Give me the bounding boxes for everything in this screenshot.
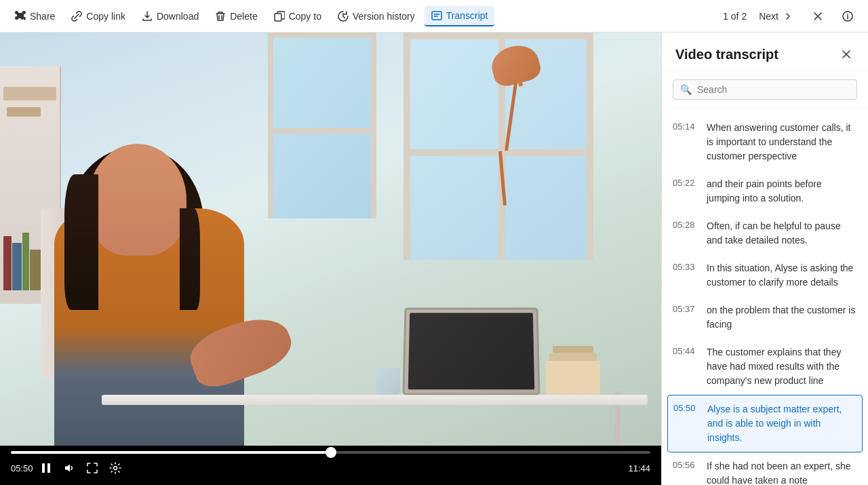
transcript-item[interactable]: 05:28Often, if can be helpful to pause a… <box>662 212 868 254</box>
transcript-timestamp: 05:37 <box>673 303 698 332</box>
transcript-text: The customer explains that they have had… <box>707 345 857 388</box>
room-scene <box>0 33 661 446</box>
shelf-item2 <box>7 107 41 117</box>
fullscreen-icon <box>86 462 98 474</box>
toolbar-right: 1 of 2 Next <box>723 7 860 26</box>
copy-to-button[interactable]: Copy to <box>267 7 328 26</box>
controls-left: 05:50 <box>11 459 125 477</box>
download-icon <box>142 11 153 22</box>
search-input[interactable] <box>697 84 850 95</box>
svg-rect-1 <box>432 12 441 20</box>
svg-rect-3 <box>42 463 45 473</box>
page-current: 1 <box>723 11 731 22</box>
person-hair-right <box>180 208 200 310</box>
volume-icon <box>63 462 75 474</box>
lamp-shade <box>488 41 543 89</box>
transcript-timestamp: 05:44 <box>673 345 698 388</box>
transcript-item[interactable]: 05:37on the problem that the customer is… <box>662 296 868 338</box>
volume-button[interactable] <box>59 459 79 477</box>
progress-bar[interactable] <box>11 451 650 454</box>
transcript-item[interactable]: 05:50Alyse is a subject matter expert, a… <box>667 395 863 452</box>
close-panel-icon <box>841 49 852 60</box>
settings-button[interactable] <box>105 459 125 477</box>
svg-rect-0 <box>275 14 281 21</box>
pause-button[interactable] <box>36 459 56 477</box>
transcript-item[interactable]: 05:22and their pain points before jumpin… <box>662 170 868 212</box>
close-icon <box>812 11 823 22</box>
person-hair-left <box>64 174 98 310</box>
info-button[interactable] <box>835 7 860 26</box>
next-label: Next <box>759 11 778 22</box>
transcript-timestamp: 05:28 <box>673 219 698 248</box>
share-label: Share <box>30 11 55 22</box>
desk-book1 <box>546 361 600 395</box>
transcript-icon <box>431 10 442 21</box>
transcript-timestamp: 05:14 <box>673 121 698 163</box>
transcript-header: Video transcript <box>662 33 868 71</box>
svg-rect-4 <box>47 463 50 473</box>
pause-icon <box>40 462 52 474</box>
toolbar: Share Copy link Download Delete Copy to <box>0 0 868 33</box>
fullscreen-button[interactable] <box>82 459 102 477</box>
transcript-panel: Video transcript 🔍 05:14When answering c… <box>661 33 868 485</box>
transcript-button[interactable]: Transcript <box>425 6 495 26</box>
download-button[interactable]: Download <box>135 7 205 26</box>
info-icon <box>842 11 853 22</box>
desk-book2 <box>549 353 597 361</box>
window-mid-bar2 <box>273 128 371 134</box>
laptop <box>402 308 540 395</box>
lamp-bulb <box>518 82 523 86</box>
chevron-right-icon <box>783 11 793 22</box>
copy-link-button[interactable]: Copy link <box>64 7 132 26</box>
delete-button[interactable]: Delete <box>208 7 264 26</box>
link-icon <box>71 11 82 22</box>
mug <box>376 368 400 395</box>
copy-to-label: Copy to <box>289 11 321 22</box>
laptop-screen <box>402 308 540 395</box>
transcript-item[interactable]: 05:14When answering customer calls, it i… <box>662 114 868 170</box>
shelf-item1 <box>3 87 56 100</box>
current-time: 05:50 <box>11 463 33 473</box>
transcript-text: Often, if can be helpful to pause and ta… <box>707 219 857 248</box>
version-history-label: Version history <box>353 11 415 22</box>
next-button[interactable]: Next <box>752 7 800 26</box>
transcript-text: Alyse is a subject matter expert, and is… <box>707 402 856 445</box>
svg-point-5 <box>113 467 117 470</box>
transcript-title: Video transcript <box>675 47 778 62</box>
window-right <box>268 33 376 218</box>
transcript-item[interactable]: 05:56If she had not been an expert, she … <box>662 452 868 485</box>
desk-book3 <box>553 346 593 353</box>
page-indicator: 1 of 2 <box>723 11 747 22</box>
search-icon: 🔍 <box>680 84 692 95</box>
lamp <box>492 46 539 206</box>
copy-icon <box>274 11 285 22</box>
transcript-item[interactable]: 05:33In this situation, Alyse is asking … <box>662 254 868 296</box>
history-icon <box>338 11 349 22</box>
transcript-timestamp: 05:50 <box>673 402 699 445</box>
main-content: 05:50 <box>0 33 868 485</box>
page-separator: of <box>731 11 742 22</box>
search-container: 🔍 <box>662 71 868 109</box>
book2 <box>12 243 22 290</box>
delete-icon <box>215 11 226 22</box>
download-label: Download <box>157 11 199 22</box>
book3 <box>22 233 29 290</box>
transcript-item[interactable]: 05:44The customer explains that they hav… <box>662 338 868 395</box>
laptop-screen-inner <box>408 313 534 389</box>
progress-fill <box>11 451 331 454</box>
transcript-text: When answering customer calls, it is imp… <box>707 121 857 163</box>
book1 <box>3 236 12 290</box>
transcript-timestamp: 05:22 <box>673 177 698 206</box>
desk-surface <box>102 395 648 405</box>
transcript-timestamp: 05:56 <box>673 459 698 485</box>
transcript-timestamp: 05:33 <box>673 261 698 290</box>
delete-label: Delete <box>230 11 257 22</box>
close-button[interactable] <box>806 7 830 26</box>
progress-thumb <box>326 447 336 458</box>
share-button[interactable]: Share <box>8 7 62 26</box>
end-time: 11:44 <box>628 463 650 473</box>
close-transcript-button[interactable] <box>838 46 854 62</box>
version-history-button[interactable]: Version history <box>331 7 422 26</box>
video-controls: 05:50 <box>0 446 661 485</box>
search-input-wrapper: 🔍 <box>673 79 857 100</box>
